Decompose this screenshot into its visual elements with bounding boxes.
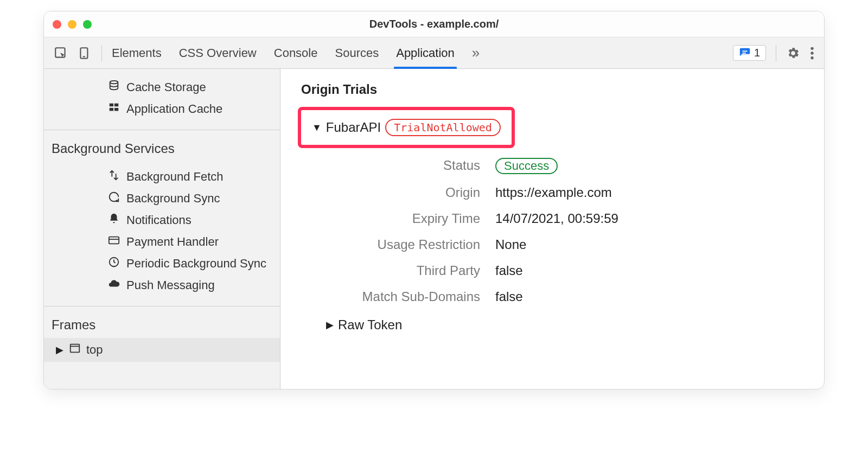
- svg-point-6: [810, 52, 813, 54]
- status-label: Status: [301, 158, 480, 174]
- grid-icon: [108, 101, 120, 117]
- sidebar-section-frames: Frames: [44, 310, 280, 338]
- settings-icon[interactable]: [786, 46, 800, 60]
- svg-rect-11: [110, 108, 113, 111]
- divider: [44, 130, 280, 130]
- sidebar-item-label: Application Cache: [126, 102, 222, 116]
- chevron-right-icon: ▶: [326, 319, 334, 331]
- sidebar-item-label: Background Fetch: [126, 170, 224, 184]
- svg-rect-12: [114, 108, 118, 111]
- origin-trials-panel: Origin Trials ▼ FubarAPI TrialNotAllowed…: [280, 69, 824, 389]
- window-title: DevTools - example.com/: [44, 18, 824, 30]
- kv-key: Match Sub-Domains: [301, 289, 480, 304]
- separator: [101, 45, 102, 61]
- tab-sources[interactable]: Sources: [335, 37, 379, 68]
- trial-status-badge: TrialNotAllowed: [385, 119, 501, 136]
- inspect-element-icon[interactable]: [54, 46, 68, 60]
- kv-key: Third Party: [301, 263, 480, 278]
- trial-header-highlight: ▼ FubarAPI TrialNotAllowed: [298, 107, 515, 148]
- clock-icon: [108, 256, 120, 271]
- tab-application[interactable]: Application: [396, 37, 455, 68]
- trial-detail-grid: Status Success Origin https://example.co…: [301, 158, 809, 304]
- kv-value: false: [495, 263, 809, 278]
- tab-css-overview[interactable]: CSS Overview: [179, 37, 257, 68]
- kv-value: None: [495, 237, 809, 252]
- window-icon: [69, 342, 81, 357]
- raw-token-label: Raw Token: [338, 317, 402, 333]
- devtools-toolbar: Elements CSS Overview Console Sources Ap…: [44, 37, 824, 69]
- trial-name: FubarAPI: [326, 120, 381, 135]
- devtools-window: DevTools - example.com/ Elements CSS Ove…: [43, 11, 825, 389]
- status-value: Success: [495, 158, 809, 174]
- issues-chip[interactable]: 1: [733, 45, 766, 61]
- sidebar-item-label: Push Messaging: [126, 278, 215, 292]
- svg-rect-10: [114, 104, 118, 107]
- sidebar-item-label: Cache Storage: [126, 80, 206, 94]
- kv-key: Origin: [301, 185, 480, 200]
- sidebar-item-background-sync[interactable]: Background Sync: [50, 188, 273, 209]
- kv-value: 14/07/2021, 00:59:59: [495, 211, 809, 226]
- sidebar-item-application-cache[interactable]: Application Cache: [50, 98, 273, 120]
- database-icon: [108, 80, 120, 95]
- sidebar-item-payment-handler[interactable]: Payment Handler: [50, 231, 273, 253]
- minimize-icon[interactable]: [68, 20, 76, 29]
- issues-icon: [739, 47, 751, 59]
- application-sidebar: Cache Storage Application Cache Backgrou…: [44, 69, 280, 389]
- svg-rect-4: [742, 53, 745, 54]
- sidebar-item-notifications[interactable]: Notifications: [50, 209, 273, 231]
- sync-icon: [108, 191, 120, 206]
- chevron-down-icon[interactable]: ▼: [312, 122, 322, 133]
- kv-key: Usage Restriction: [301, 237, 480, 252]
- card-icon: [108, 234, 120, 250]
- svg-point-8: [110, 81, 118, 84]
- titlebar: DevTools - example.com/: [44, 11, 824, 37]
- status-success-badge: Success: [495, 158, 558, 174]
- sidebar-item-periodic-background-sync[interactable]: Periodic Background Sync: [50, 253, 273, 274]
- kv-value: https://example.com: [495, 185, 809, 200]
- close-icon[interactable]: [53, 20, 61, 29]
- tab-elements[interactable]: Elements: [112, 37, 162, 68]
- svg-point-5: [810, 47, 813, 49]
- divider: [44, 306, 280, 306]
- issues-count: 1: [754, 47, 760, 59]
- separator: [776, 45, 776, 61]
- sidebar-section-background-services: Background Services: [44, 133, 280, 162]
- raw-token-toggle[interactable]: ▶ Raw Token: [326, 317, 809, 333]
- sidebar-item-label: Payment Handler: [126, 235, 219, 249]
- chevron-right-icon: ▶: [56, 344, 63, 356]
- sidebar-item-label: Periodic Background Sync: [126, 257, 266, 271]
- kv-key: Expiry Time: [301, 211, 480, 226]
- sidebar-item-cache-storage[interactable]: Cache Storage: [50, 76, 273, 98]
- traffic-lights: [53, 20, 92, 29]
- bg-services-group: Background Fetch Background Sync Notific…: [44, 162, 280, 303]
- cloud-icon: [108, 278, 120, 293]
- frame-top-row[interactable]: ▶ top: [44, 338, 280, 362]
- transfer-icon: [108, 169, 120, 184]
- bell-icon: [108, 213, 120, 228]
- tab-console[interactable]: Console: [274, 37, 318, 68]
- svg-rect-16: [71, 344, 80, 353]
- device-toggle-icon[interactable]: [78, 46, 92, 60]
- svg-rect-13: [109, 237, 119, 244]
- svg-rect-9: [110, 104, 113, 107]
- more-menu-icon[interactable]: [810, 46, 814, 60]
- sidebar-item-label: Background Sync: [126, 191, 220, 206]
- panel-body: Cache Storage Application Cache Backgrou…: [44, 69, 824, 389]
- frame-label: top: [86, 343, 103, 357]
- svg-point-7: [810, 56, 813, 59]
- sidebar-item-background-fetch[interactable]: Background Fetch: [50, 166, 273, 188]
- svg-rect-3: [742, 50, 747, 52]
- sidebar-item-push-messaging[interactable]: Push Messaging: [50, 274, 273, 296]
- section-title: Origin Trials: [301, 82, 809, 97]
- tabs-overflow-icon[interactable]: »: [472, 37, 480, 68]
- sidebar-item-label: Notifications: [126, 213, 192, 227]
- kv-value: false: [495, 289, 809, 304]
- panel-tabs: Elements CSS Overview Console Sources Ap…: [112, 37, 480, 68]
- cache-group: Cache Storage Application Cache: [44, 69, 280, 126]
- fullscreen-icon[interactable]: [83, 20, 92, 29]
